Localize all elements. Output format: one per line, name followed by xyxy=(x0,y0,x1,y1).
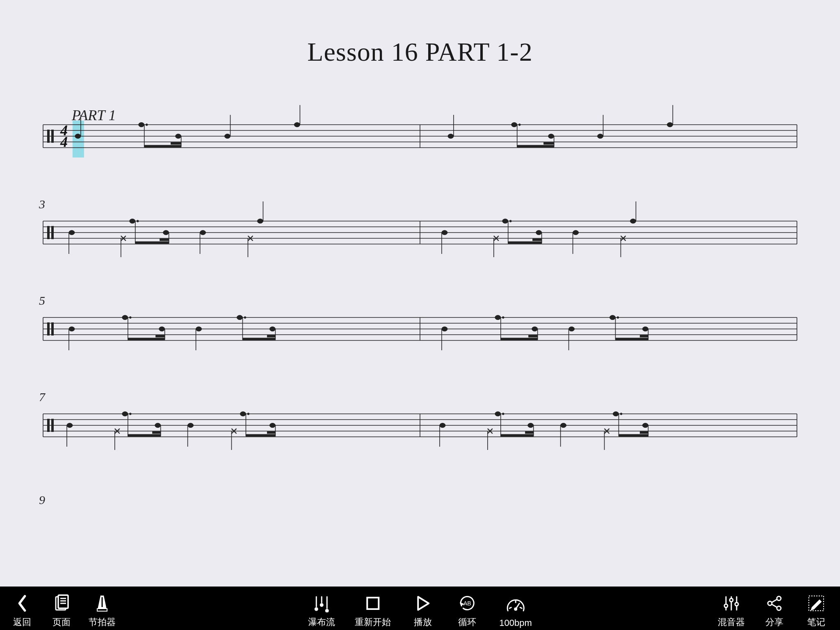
svg-rect-142 xyxy=(51,419,54,432)
svg-rect-177 xyxy=(501,434,534,436)
mixer-icon xyxy=(721,593,742,614)
svg-marker-208 xyxy=(418,597,429,610)
svg-point-22 xyxy=(225,134,231,139)
restart-label: 重新开始 xyxy=(355,616,391,628)
svg-rect-78 xyxy=(508,242,542,244)
svg-point-216 xyxy=(724,604,728,607)
share-label: 分享 xyxy=(765,616,783,628)
bar-number: 7 xyxy=(39,390,45,404)
svg-text:AB: AB xyxy=(463,600,471,607)
staff-system-1: 4 4 xyxy=(43,112,797,170)
svg-point-174 xyxy=(528,423,534,428)
svg-rect-166 xyxy=(267,431,275,434)
svg-point-115 xyxy=(442,327,447,331)
svg-point-202 xyxy=(315,608,317,610)
pencil-icon xyxy=(806,593,826,614)
svg-point-68 xyxy=(442,231,447,235)
svg-point-110 xyxy=(269,327,275,331)
tempo-label: 100bpm xyxy=(499,618,532,628)
mixer-label: 混音器 xyxy=(718,616,745,628)
svg-point-161 xyxy=(247,413,249,415)
restart-button[interactable]: 重新开始 xyxy=(355,593,391,628)
svg-line-213 xyxy=(520,607,522,608)
back-button[interactable]: 返回 xyxy=(10,593,34,628)
bar-number: 3 xyxy=(39,197,45,211)
svg-point-148 xyxy=(122,412,128,416)
play-button[interactable]: 播放 xyxy=(411,593,435,628)
mixer-button[interactable]: 混音器 xyxy=(718,593,745,628)
svg-point-211 xyxy=(514,608,516,610)
share-icon xyxy=(764,593,785,614)
svg-rect-59 xyxy=(135,242,169,244)
svg-rect-190 xyxy=(640,431,648,434)
svg-point-61 xyxy=(200,231,206,235)
stop-icon xyxy=(363,593,383,614)
svg-point-155 xyxy=(188,423,194,428)
svg-rect-60 xyxy=(160,239,169,241)
page-title: Lesson 16 PART 1-2 xyxy=(0,0,840,67)
svg-point-143 xyxy=(67,423,73,428)
chevron-left-icon xyxy=(12,593,32,614)
metronome-icon xyxy=(92,593,112,614)
svg-rect-104 xyxy=(128,338,165,340)
svg-point-162 xyxy=(269,423,275,428)
svg-point-54 xyxy=(130,219,135,224)
svg-point-160 xyxy=(240,412,246,416)
svg-rect-122 xyxy=(501,338,538,340)
staff-system-2: 3 xyxy=(43,209,797,266)
pages-button[interactable]: 页面 xyxy=(49,593,74,628)
svg-rect-192 xyxy=(58,595,68,608)
svg-point-100 xyxy=(129,317,131,319)
svg-rect-96 xyxy=(51,322,54,336)
svg-point-16 xyxy=(146,124,148,126)
metronome-button[interactable]: 节拍器 xyxy=(89,593,116,628)
svg-point-13 xyxy=(75,134,81,139)
svg-point-17 xyxy=(176,134,181,139)
bar-number: 5 xyxy=(39,294,45,308)
gauge-icon xyxy=(505,595,526,615)
svg-point-80 xyxy=(573,231,579,235)
svg-rect-20 xyxy=(144,145,181,147)
svg-point-128 xyxy=(642,327,648,331)
svg-point-124 xyxy=(569,327,575,331)
svg-point-49 xyxy=(69,231,75,235)
svg-point-150 xyxy=(155,423,161,428)
svg-point-206 xyxy=(326,609,328,612)
svg-rect-21 xyxy=(171,142,181,144)
svg-rect-123 xyxy=(529,335,538,337)
svg-point-173 xyxy=(502,413,504,415)
svg-point-85 xyxy=(630,219,636,224)
tempo-button[interactable]: 100bpm xyxy=(499,595,532,628)
svg-line-225 xyxy=(772,604,777,607)
svg-rect-0 xyxy=(73,121,84,158)
svg-rect-153 xyxy=(128,434,161,436)
svg-rect-47 xyxy=(47,226,50,239)
share-button[interactable]: 分享 xyxy=(762,593,787,628)
svg-point-106 xyxy=(196,327,202,331)
waterfall-button[interactable]: 瀑布流 xyxy=(308,593,335,628)
svg-point-218 xyxy=(730,598,733,602)
svg-point-97 xyxy=(69,327,75,331)
svg-point-222 xyxy=(777,596,781,600)
score-area: PART 1 xyxy=(0,94,840,510)
metronome-label: 节拍器 xyxy=(89,616,116,628)
svg-rect-95 xyxy=(47,322,50,336)
staff-system-4: 7 xyxy=(43,402,797,459)
pages-icon xyxy=(51,593,72,614)
svg-rect-105 xyxy=(156,335,165,337)
staff-system-5: 9 xyxy=(43,498,797,510)
svg-point-15 xyxy=(139,123,144,127)
svg-point-172 xyxy=(495,412,501,416)
svg-point-185 xyxy=(620,413,622,415)
toolbar: 返回 页面 节拍器 瀑布流 重新开始 xyxy=(0,587,840,630)
bar-number: 9 xyxy=(39,493,45,507)
notes-button[interactable]: 笔记 xyxy=(804,593,829,628)
svg-text:4: 4 xyxy=(60,134,68,150)
svg-point-204 xyxy=(320,604,323,606)
svg-point-26 xyxy=(448,134,454,139)
loop-button[interactable]: AB 循环 xyxy=(455,593,479,628)
staff-svg xyxy=(43,414,797,463)
svg-point-127 xyxy=(617,317,619,319)
loop-label: 循环 xyxy=(458,616,476,628)
svg-point-24 xyxy=(294,123,300,127)
